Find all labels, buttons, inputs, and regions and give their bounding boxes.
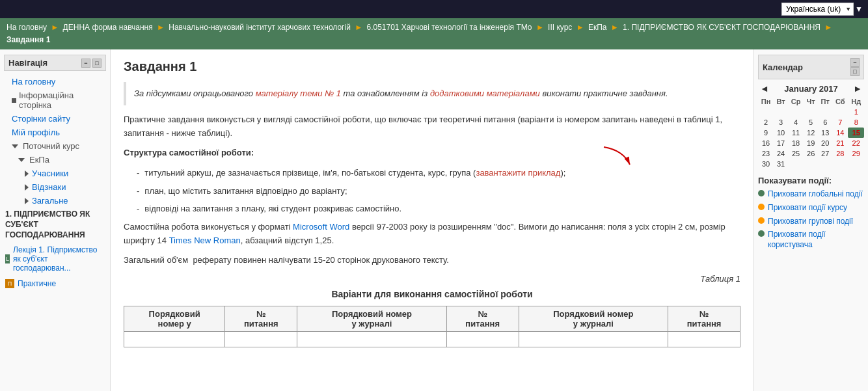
language-selector-wrapper[interactable]: Українська (uk) English (en): [781, 3, 854, 16]
right-sidebar-calendar: Календар − □ ◄ January 2017 ► Пн Вт Ср Ч…: [754, 49, 868, 391]
cal-week-2: 2 3 4 5 6 7 8: [758, 117, 864, 128]
triangle-right-icon-2: [25, 184, 29, 191]
sidebar-header: Навігація − □: [4, 55, 106, 71]
cal-day-22[interactable]: 22: [848, 138, 864, 148]
structure-title: Структура самостійної роботи:: [124, 146, 740, 160]
top-bar: Українська (uk) English (en) ▼: [0, 0, 868, 18]
download-example-link[interactable]: завантажити приклад: [476, 168, 560, 178]
bc-arrow-2: ►: [157, 23, 165, 32]
sidebar-item-home[interactable]: На головну: [4, 75, 106, 88]
event-link-group[interactable]: Приховати групові події: [768, 217, 853, 227]
language-select[interactable]: Українська (uk) English (en): [781, 3, 854, 16]
cal-day-27[interactable]: 27: [818, 148, 832, 159]
bc-arrow-7: ►: [824, 23, 832, 32]
sidebar-participants-link[interactable]: Учасники: [31, 167, 70, 180]
dash-item-1: - титульний аркуш, де зазначається прізв…: [124, 167, 740, 180]
cal-week-4: 16 17 18 19 20 21 22: [758, 138, 864, 148]
table-cell: [446, 332, 519, 347]
calendar-title: Календар: [763, 62, 803, 72]
bc-arrow-6: ►: [611, 23, 619, 32]
sidebar: Навігація − □ На головну Інформаційна ст…: [0, 49, 111, 391]
sidebar-general-link[interactable]: Загальне: [31, 194, 70, 208]
cal-day-31[interactable]: 31: [774, 159, 788, 169]
intro-link-material[interactable]: матеріалу теми № 1: [256, 88, 341, 98]
dropdown-arrow-icon: ▼: [855, 5, 863, 14]
cal-day-19[interactable]: 19: [804, 138, 818, 148]
breadcrumb-instytut[interactable]: Навчально-науковий інститут харчових тех…: [169, 23, 351, 32]
cal-day-1[interactable]: 1: [848, 107, 864, 117]
intro-text-part1: За підсумками опрацьованого матеріалу те…: [134, 88, 668, 98]
intro-link-additional[interactable]: додатковими матеріалами: [430, 88, 540, 98]
cal-header-mon: Пн: [758, 96, 774, 107]
cal-day-20[interactable]: 20: [818, 138, 832, 148]
event-link-course[interactable]: Приховати події курсу: [768, 203, 847, 213]
breadcrumb-specialty[interactable]: 6.051701 Харчові технології та інженерія…: [366, 23, 532, 32]
dash-symbol-3: -: [137, 202, 139, 215]
cal-day-18[interactable]: 18: [788, 138, 804, 148]
cal-day-14[interactable]: 14: [832, 128, 848, 138]
calendar-collapse-btn[interactable]: −: [850, 58, 860, 67]
cal-day-5[interactable]: 5: [804, 117, 818, 128]
calendar-next-btn[interactable]: ►: [851, 83, 864, 94]
breadcrumb-forma[interactable]: ДЕННА форма навчання: [63, 23, 153, 32]
cal-day-7[interactable]: 7: [832, 117, 848, 128]
sidebar-badges-link[interactable]: Відзнаки: [31, 180, 67, 194]
cal-day-4[interactable]: 4: [788, 117, 804, 128]
cal-day-17[interactable]: 17: [774, 138, 788, 148]
sidebar-expand-btn[interactable]: □: [92, 59, 102, 68]
cal-day-24[interactable]: 24: [774, 148, 788, 159]
sidebar-item-participants[interactable]: Учасники: [4, 167, 106, 180]
bullet-icon: [12, 98, 16, 103]
calendar-expand-btn[interactable]: □: [850, 67, 860, 76]
cal-day-9[interactable]: 9: [758, 128, 774, 138]
sidebar-item-task[interactable]: П Практичне: [4, 276, 106, 291]
cal-day-23[interactable]: 23: [758, 148, 774, 159]
cal-day-12[interactable]: 12: [804, 128, 818, 138]
cal-day-15-today[interactable]: 15: [848, 128, 864, 138]
times-roman-link[interactable]: Times New Roman: [169, 236, 241, 245]
cal-day-25[interactable]: 25: [788, 148, 804, 159]
event-dot-user: [758, 230, 765, 237]
sidebar-nav: На головну Інформаційна сторінка Сторінк…: [4, 75, 106, 291]
cal-day-6[interactable]: 6: [818, 117, 832, 128]
cal-day-empty: [848, 159, 864, 169]
ms-word-link[interactable]: Microsoft Word: [293, 222, 349, 232]
cal-header-sat: Сб: [832, 96, 848, 107]
sidebar-collapse-btn[interactable]: −: [81, 59, 90, 68]
cal-day-13[interactable]: 13: [818, 128, 832, 138]
cal-day-2[interactable]: 2: [758, 117, 774, 128]
calendar-prev-btn[interactable]: ◄: [758, 83, 771, 94]
breadcrumb-topic[interactable]: 1. ПІДПРИЄМСТВО ЯК СУБ'ЄКТ ГОСПОДАРЮВАНН…: [623, 23, 821, 32]
cal-day-21[interactable]: 21: [832, 138, 848, 148]
cal-day-3[interactable]: 3: [774, 117, 788, 128]
sidebar-item-pages[interactable]: Сторінки сайту: [4, 112, 106, 126]
sidebar-info-label: Інформаційна сторінка: [19, 90, 105, 110]
cal-day-26[interactable]: 26: [804, 148, 818, 159]
event-dot-global: [758, 190, 765, 196]
cal-day-28[interactable]: 28: [832, 148, 848, 159]
main-content: Завдання 1 За підсумками опрацьованого м…: [111, 49, 754, 391]
cal-day-11[interactable]: 11: [788, 128, 804, 138]
cal-day-10[interactable]: 10: [774, 128, 788, 138]
sidebar-item-lection[interactable]: L Лекція 1. Підприємство як суб'єкт госп…: [4, 242, 106, 276]
cal-day-8[interactable]: 8: [848, 117, 864, 128]
breadcrumb-course[interactable]: ІІІ курс: [548, 23, 572, 32]
cal-day-empty: [804, 159, 818, 169]
sidebar-item-profile[interactable]: Мій профіль: [4, 126, 106, 139]
breadcrumb-home[interactable]: На головну: [7, 23, 47, 32]
variants-table: Порядковийномер у №питання Порядковий но…: [124, 306, 740, 347]
breadcrumb-ekpa[interactable]: ЕкПа: [588, 23, 607, 32]
event-link-user[interactable]: Приховати події користувача: [768, 230, 864, 250]
event-item-user: Приховати події користувача: [758, 230, 864, 250]
calendar-block-icons: − □: [850, 58, 860, 76]
sidebar-item-badges[interactable]: Відзнаки: [4, 180, 106, 194]
sidebar-lection-link[interactable]: Лекція 1. Підприємство як суб'єкт господ…: [12, 243, 105, 275]
calendar-body: 1 2 3 4 5 6 7 8 9 10 11 12 13 14: [758, 107, 864, 169]
table-cell: [297, 332, 447, 347]
event-link-global[interactable]: Приховати глобальні події: [768, 189, 863, 200]
cal-day-16[interactable]: 16: [758, 138, 774, 148]
sidebar-task-link[interactable]: Практичне: [16, 277, 57, 290]
cal-day-29[interactable]: 29: [848, 148, 864, 159]
sidebar-item-general[interactable]: Загальне: [4, 194, 106, 208]
cal-day-30[interactable]: 30: [758, 159, 774, 169]
